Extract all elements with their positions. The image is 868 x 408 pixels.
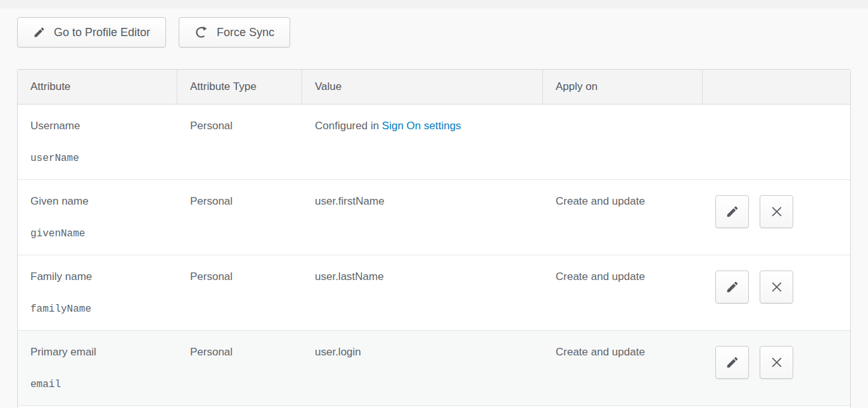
attribute-label: Username — [30, 120, 171, 132]
top-strip — [0, 0, 868, 8]
attribute-variable-name: email — [30, 379, 171, 390]
sign-on-settings-link[interactable]: Sign On settings — [382, 120, 461, 132]
value-cell: user.firstName — [302, 179, 543, 255]
pencil-icon — [33, 26, 46, 39]
actions-cell — [703, 330, 850, 405]
apply-on-cell — [543, 405, 703, 408]
apply-on-cell: Create and update — [543, 330, 703, 405]
value-cell: Configured in Sign On settings — [302, 105, 543, 179]
go-to-profile-editor-button[interactable]: Go to Profile Editor — [17, 17, 166, 48]
attribute-type-cell: Personal — [177, 330, 302, 405]
force-sync-label: Force Sync — [217, 26, 274, 39]
column-header-attribute: Attribute — [18, 70, 177, 105]
edit-attribute-button[interactable] — [715, 346, 749, 379]
go-to-profile-editor-label: Go to Profile Editor — [54, 26, 150, 39]
apply-on-cell: Create and update — [543, 255, 703, 330]
table-header-row: Attribute Attribute Type Value Apply on — [18, 70, 850, 105]
value-cell — [302, 405, 543, 408]
attribute-cell — [18, 405, 177, 408]
column-header-actions — [703, 70, 850, 105]
attribute-cell: Username userName — [18, 105, 177, 179]
attribute-label: Primary email — [30, 346, 171, 359]
refresh-icon — [195, 25, 208, 39]
apply-on-cell: Create and update — [543, 179, 703, 255]
actions-cell — [703, 105, 850, 179]
value-cell: user.lastName — [302, 255, 543, 330]
edit-attribute-button[interactable] — [715, 195, 749, 228]
x-icon — [770, 205, 784, 219]
actions-cell — [703, 405, 850, 408]
table-row-partial — [18, 405, 850, 408]
table-row-username: Username userName Personal Configured in… — [18, 105, 850, 179]
value-prefix-text: Configured in — [315, 120, 382, 132]
x-icon — [770, 280, 784, 294]
delete-attribute-button[interactable] — [760, 195, 793, 228]
column-header-apply-on: Apply on — [543, 70, 703, 105]
attribute-mapping-table: Attribute Attribute Type Value Apply on … — [17, 69, 851, 408]
attribute-type-cell: Personal — [177, 179, 302, 255]
attribute-type-cell: Personal — [177, 255, 302, 330]
actions-cell — [703, 179, 850, 255]
attribute-variable-name: givenName — [30, 228, 171, 239]
edit-attribute-button[interactable] — [715, 271, 749, 303]
attribute-cell: Given name givenName — [18, 179, 177, 255]
attribute-type-cell — [177, 405, 302, 408]
table-row-primary-email: Primary email email Personal user.login … — [18, 330, 850, 405]
attribute-cell: Family name familyName — [18, 255, 177, 330]
toolbar: Go to Profile Editor Force Sync — [17, 17, 851, 48]
attribute-variable-name: userName — [30, 153, 171, 164]
value-cell: user.login — [302, 330, 543, 405]
pencil-icon — [725, 205, 739, 219]
attribute-cell: Primary email email — [18, 330, 177, 405]
actions-cell — [703, 255, 850, 330]
attribute-variable-name: familyName — [30, 303, 171, 315]
pencil-icon — [725, 280, 739, 294]
attribute-type-cell: Personal — [177, 105, 302, 179]
table-row-family-name: Family name familyName Personal user.las… — [18, 255, 850, 330]
x-icon — [770, 355, 784, 369]
attribute-label: Given name — [30, 195, 171, 208]
column-header-attribute-type: Attribute Type — [177, 70, 302, 105]
table-row-given-name: Given name givenName Personal user.first… — [18, 179, 850, 255]
delete-attribute-button[interactable] — [760, 271, 793, 303]
attribute-label: Family name — [30, 271, 171, 283]
pencil-icon — [725, 355, 739, 369]
delete-attribute-button[interactable] — [760, 346, 793, 379]
apply-on-cell — [543, 105, 703, 179]
column-header-value: Value — [302, 70, 543, 105]
force-sync-button[interactable]: Force Sync — [179, 17, 290, 48]
attribute-mappings-panel: Go to Profile Editor Force Sync Attribut… — [0, 17, 868, 408]
